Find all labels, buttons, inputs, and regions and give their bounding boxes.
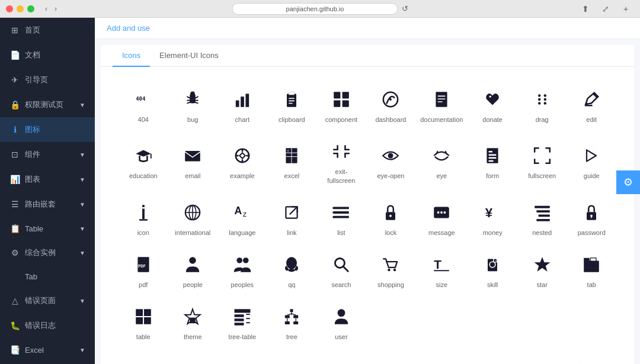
tab-icons[interactable]: Icons (113, 45, 150, 67)
sidebar-item-errorlog[interactable]: 🐛 错误日志 (0, 313, 95, 338)
sidebar-item-permission[interactable]: 🔒 权限测试页 ▼ (0, 92, 95, 117)
icon-label: star (537, 281, 548, 289)
svg-text:A: A (287, 149, 289, 152)
icon-item-list[interactable]: list (316, 192, 366, 244)
sidebar-item-charts[interactable]: 📊 图表 ▼ (0, 167, 95, 192)
icon-item-money[interactable]: ¥ money (468, 192, 517, 244)
icon-item-theme[interactable]: theme (168, 296, 218, 348)
svg-rect-15 (289, 98, 295, 99)
icon-item-eye-open[interactable]: eye-open (366, 131, 416, 192)
icon-item-search[interactable]: search (316, 244, 366, 296)
icon-label: dashboard (375, 115, 406, 124)
icon-item-qq[interactable]: qq (267, 244, 317, 296)
svg-point-94 (286, 257, 297, 269)
icon-item-international[interactable]: international (168, 192, 218, 244)
icon-item-fullscreen[interactable]: fullscreen (517, 131, 567, 192)
icon-item-excel[interactable]: A excel (267, 131, 317, 192)
icon-item-size[interactable]: T size (415, 244, 468, 296)
icon-item-tab[interactable]: tab (567, 244, 616, 296)
pdf-icon: PDF (132, 253, 155, 276)
icon-item-user[interactable]: user (316, 296, 366, 348)
sidebar-item-table[interactable]: 📋 Table ▼ (0, 217, 95, 240)
icon-item-link[interactable]: link (267, 192, 317, 244)
icon-item-chart[interactable]: chart (217, 79, 267, 131)
reload-button[interactable]: ↺ (402, 4, 408, 13)
icon-label: message (428, 228, 455, 237)
icon-item-404[interactable]: 404 404 (119, 79, 168, 131)
close-button[interactable] (6, 5, 13, 12)
skill-icon: ✓ (481, 253, 504, 276)
sidebar-label-icons: 图标 (25, 124, 40, 135)
sidebar-item-icons[interactable]: ℹ 图标 (0, 117, 95, 142)
icon-item-lock[interactable]: lock (366, 192, 416, 244)
svg-rect-108 (584, 258, 590, 262)
icon-item-peoples[interactable]: peoples (217, 244, 267, 296)
svg-rect-69 (334, 207, 349, 209)
fullscreen-button[interactable]: ⤢ (597, 3, 614, 15)
icon-label: fullscreen (528, 172, 556, 180)
icon-item-skill[interactable]: ✓ skill (468, 244, 517, 296)
sidebar-label-docs: 文档 (25, 50, 40, 60)
minimize-button[interactable] (17, 5, 24, 12)
people-icon (181, 253, 204, 276)
icon-item-example[interactable]: example (217, 131, 267, 192)
components-icon: ⊡ (9, 150, 20, 159)
icon-item-message[interactable]: message (415, 192, 468, 244)
icon-item-language[interactable]: Az language (217, 192, 267, 244)
icon-item-clipboard[interactable]: clipboard (267, 79, 317, 131)
icon-item-education[interactable]: education (119, 131, 168, 192)
new-tab-button[interactable]: + (617, 3, 634, 15)
icon-label: clipboard (279, 115, 305, 124)
svg-point-73 (332, 211, 335, 214)
sidebar-item-excel[interactable]: 📑 Excel ▼ (0, 338, 95, 362)
sidebar-item-home[interactable]: ⊞ 首页 (0, 18, 95, 43)
sidebar-item-components[interactable]: ⊡ 组件 ▼ (0, 142, 95, 167)
icon-item-bug[interactable]: bug (168, 79, 218, 131)
icon-item-people[interactable]: people (168, 244, 218, 296)
password-icon (580, 201, 603, 224)
sidebar-item-error[interactable]: △ 错误页面 ▼ (0, 288, 95, 313)
svg-line-68 (290, 207, 297, 214)
sidebar-item-examples[interactable]: ⚙ 综合实例 ▼ (0, 240, 95, 265)
sidebar-label-components: 组件 (25, 149, 40, 160)
svg-rect-82 (535, 206, 550, 208)
component-icon (330, 88, 353, 111)
sidebar-item-routing[interactable]: ☰ 路由嵌套 ▼ (0, 192, 95, 217)
icon-item-pdf[interactable]: PDF pdf (119, 244, 168, 296)
icon-item-donate[interactable]: donate (468, 79, 517, 131)
icon-item-star[interactable]: star (517, 244, 567, 296)
icon-item-guide[interactable]: guide (567, 131, 616, 192)
icon-item-edit[interactable]: edit (567, 79, 616, 131)
guide-icon (580, 144, 603, 167)
icon-item-password[interactable]: password (567, 192, 616, 244)
tab-bar: Icons Element-UI Icons (101, 45, 634, 67)
share-button[interactable]: ⬆ (577, 3, 594, 15)
sidebar-item-tab[interactable]: Tab (0, 265, 95, 288)
icon-item-tree[interactable]: tree (267, 296, 317, 348)
back-button[interactable]: ‹ (43, 4, 50, 14)
icon-item-form[interactable]: form (468, 131, 517, 192)
icon-item-icon[interactable]: icon (119, 192, 168, 244)
tab-element-ui[interactable]: Element-UI Icons (150, 45, 228, 67)
icon-item-shopping[interactable]: shopping (366, 244, 416, 296)
forward-button[interactable]: › (52, 4, 59, 14)
chevron-down-icon: ▼ (79, 226, 85, 232)
sidebar-item-docs[interactable]: 📄 文档 (0, 43, 95, 67)
lock-icon: 🔒 (9, 100, 20, 109)
icon-item-tree-table[interactable]: tree-table (217, 296, 267, 348)
icon-item-table[interactable]: table (119, 296, 168, 348)
icon-item-documentation[interactable]: documentation (415, 79, 468, 131)
icon-item-email[interactable]: email (168, 131, 218, 192)
svg-rect-9 (236, 101, 239, 107)
maximize-button[interactable] (27, 5, 34, 12)
sidebar-item-guide[interactable]: ✈ 引导页 (0, 67, 95, 92)
gear-float-button[interactable]: ⚙ (616, 170, 640, 194)
icon-label: nested (532, 228, 552, 237)
icon-item-eye[interactable]: eye (415, 131, 468, 192)
icon-item-dashboard[interactable]: dashboard (366, 79, 416, 131)
icon-item-component[interactable]: component (316, 79, 366, 131)
icon-item-drag[interactable]: drag (517, 79, 567, 131)
icon-item-nested[interactable]: nested (517, 192, 567, 244)
icon-label: tree-table (229, 333, 256, 341)
icon-item-exit-fullscreen[interactable]: exit-fullscreen (316, 131, 366, 192)
